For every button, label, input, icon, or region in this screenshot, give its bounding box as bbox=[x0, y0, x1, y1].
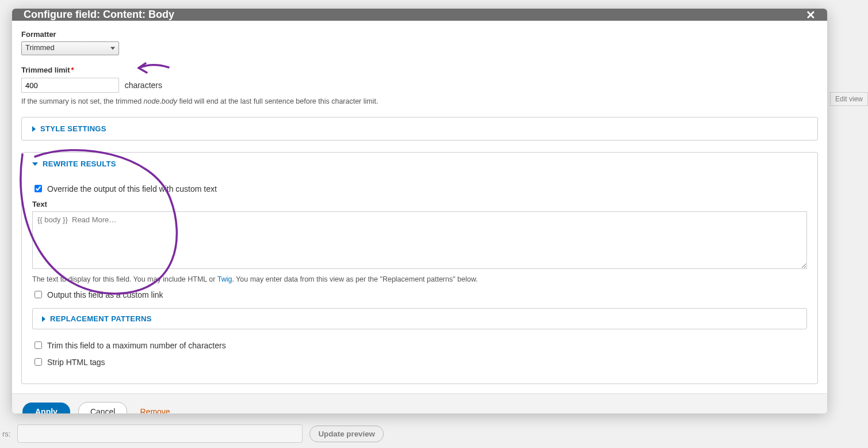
replacement-patterns-label: REPLACEMENT PATTERNS bbox=[50, 314, 152, 323]
rewrite-results-label: REWRITE RESULTS bbox=[43, 160, 116, 168]
style-settings-details: STYLE SETTINGS bbox=[21, 117, 818, 141]
override-output-label: Override the output of this field with c… bbox=[47, 184, 217, 193]
close-icon[interactable]: ✕ bbox=[806, 9, 816, 21]
remove-link[interactable]: Remove bbox=[140, 407, 170, 413]
formatter-value: Trimmed bbox=[25, 43, 55, 52]
required-marker: * bbox=[71, 66, 74, 74]
apply-button[interactable]: Apply bbox=[22, 403, 70, 413]
update-preview-button[interactable]: Update preview bbox=[309, 426, 384, 442]
trimmed-limit-label: Trimmed limit bbox=[21, 66, 70, 74]
edit-view-button[interactable]: Edit view bbox=[830, 92, 868, 106]
rewrite-results-summary[interactable]: REWRITE RESULTS bbox=[22, 153, 817, 175]
dialog-footer: Apply Cancel Remove bbox=[12, 393, 827, 413]
trimmed-limit-suffix: characters bbox=[125, 81, 162, 90]
dialog-body[interactable]: Formatter Trimmed Trimmed limit* charact… bbox=[12, 21, 827, 393]
trim-field-label: Trim this field to a maximum number of c… bbox=[47, 341, 226, 350]
configure-field-dialog: Configure field: Content: Body ✕ Formatt… bbox=[12, 9, 827, 413]
strip-html-checkbox[interactable] bbox=[35, 358, 42, 366]
twig-link[interactable]: Twig bbox=[217, 275, 232, 283]
formatter-label: Formatter bbox=[21, 30, 818, 39]
text-label: Text bbox=[32, 200, 807, 208]
cancel-button[interactable]: Cancel bbox=[78, 402, 128, 413]
style-settings-label: STYLE SETTINGS bbox=[40, 124, 106, 133]
formatter-select[interactable]: Trimmed bbox=[21, 41, 119, 55]
replacement-patterns-summary[interactable]: REPLACEMENT PATTERNS bbox=[33, 309, 806, 329]
rewrite-text-textarea[interactable] bbox=[32, 211, 807, 269]
trimmed-limit-description: If the summary is not set, the trimmed n… bbox=[21, 97, 818, 105]
filters-label: rs: bbox=[2, 430, 10, 438]
style-settings-summary[interactable]: STYLE SETTINGS bbox=[22, 117, 817, 140]
custom-link-label: Output this field as a custom link bbox=[47, 290, 163, 299]
rewrite-text-help: The text to display for this field. You … bbox=[32, 275, 807, 283]
replacement-patterns-details: REPLACEMENT PATTERNS bbox=[32, 308, 807, 329]
custom-link-checkbox[interactable] bbox=[35, 291, 42, 298]
chevron-right-icon bbox=[32, 126, 36, 132]
rewrite-results-details: REWRITE RESULTS Override the output of t… bbox=[21, 152, 818, 384]
strip-html-label: Strip HTML tags bbox=[47, 358, 105, 367]
override-output-checkbox[interactable] bbox=[35, 185, 42, 192]
chevron-down-icon bbox=[32, 162, 38, 166]
dialog-header: Configure field: Content: Body ✕ bbox=[12, 9, 827, 21]
trimmed-limit-input[interactable] bbox=[21, 78, 119, 93]
dialog-title: Configure field: Content: Body bbox=[24, 9, 174, 21]
trim-field-checkbox[interactable] bbox=[35, 341, 42, 349]
chevron-right-icon bbox=[42, 316, 45, 322]
filters-input[interactable] bbox=[17, 424, 303, 443]
